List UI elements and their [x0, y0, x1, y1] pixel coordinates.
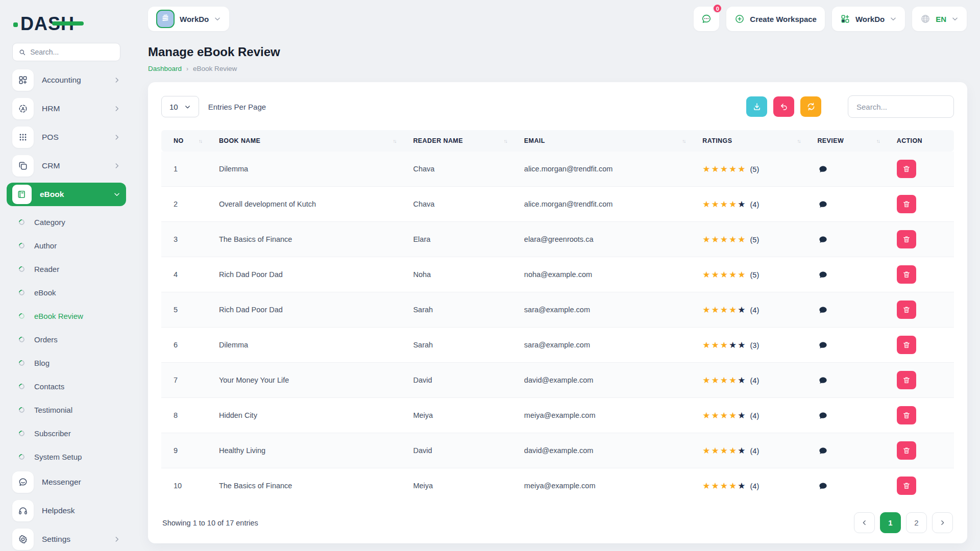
delete-button[interactable]: [897, 160, 916, 178]
sort-arrows-icon[interactable]: ↑↓: [682, 138, 690, 144]
sidebar-item-pos[interactable]: POS: [12, 126, 120, 149]
review-comment-button[interactable]: [817, 374, 829, 386]
page-2-button[interactable]: 2: [906, 512, 927, 533]
rating-count: (4): [750, 482, 760, 490]
submenu-item-system-setup[interactable]: System Setup: [12, 445, 120, 468]
review-comment-button[interactable]: [817, 445, 829, 457]
next-page-button[interactable]: [932, 512, 953, 533]
submenu-item-ebook-review[interactable]: eBook Review: [12, 304, 120, 328]
delete-button[interactable]: [897, 371, 916, 389]
workdo-menu-button[interactable]: WorkDo: [832, 7, 905, 31]
submenu-item-subscriber[interactable]: Subscriber: [12, 421, 120, 445]
sidebar-search[interactable]: [12, 43, 120, 61]
rating-count: (4): [750, 201, 760, 209]
rating-count: (4): [750, 447, 760, 455]
delete-button[interactable]: [897, 477, 916, 495]
review-comment-button[interactable]: [817, 339, 829, 351]
chat-dots-icon: [701, 13, 712, 24]
star-icon: ★: [702, 340, 711, 350]
cell-email: david@example.com: [518, 363, 696, 398]
refresh-button[interactable]: [800, 96, 821, 117]
sort-arrows-icon[interactable]: ↑↓: [876, 138, 885, 144]
sidebar-item-label: Messenger: [42, 478, 120, 487]
workspace-switcher-button[interactable]: WorkDo: [148, 7, 229, 31]
review-comment-button[interactable]: [817, 304, 829, 316]
delete-button[interactable]: [897, 406, 916, 424]
review-comment-button[interactable]: [817, 198, 829, 210]
star-icon: ★: [729, 481, 738, 491]
rating-count: (4): [750, 412, 760, 420]
cell-ratings: ★★★★★(3): [696, 328, 811, 363]
sidebar-item-label: Settings: [42, 535, 105, 544]
submenu-item-reader[interactable]: Reader: [12, 257, 120, 281]
sidebar-item-helpdesk[interactable]: Helpdesk: [12, 499, 120, 522]
trash-icon: [902, 411, 911, 419]
table-search-input[interactable]: [848, 95, 954, 118]
submenu-item-orders[interactable]: Orders: [12, 328, 120, 351]
entries-select-value: 10: [169, 103, 178, 111]
column-header-book-name[interactable]: BOOK NAME↑↓: [213, 130, 407, 152]
comment-icon: [818, 164, 828, 174]
sidebar-item-messenger[interactable]: Messenger: [12, 470, 120, 494]
sort-arrows-icon[interactable]: ↑↓: [199, 138, 207, 144]
cell-review: [811, 152, 890, 187]
chevron-down-icon: [113, 191, 120, 198]
sort-arrows-icon[interactable]: ↑↓: [797, 138, 805, 144]
review-comment-button[interactable]: [817, 480, 829, 492]
delete-button[interactable]: [897, 230, 916, 248]
sidebar-item-settings[interactable]: Settings: [12, 528, 120, 551]
star-icon: ★: [712, 340, 720, 350]
submenu-item-contacts[interactable]: Contacts: [12, 374, 120, 398]
submenu-item-testimonial[interactable]: Testimonial: [12, 398, 120, 421]
review-table-card: 10 Entries Per Page NO↑↓BOOK NAME↑↓REA: [148, 82, 967, 543]
table-row: 9Healthy LivingDaviddavid@example.com★★★…: [161, 433, 954, 468]
review-comment-button[interactable]: [817, 163, 829, 175]
star-icon: ★: [702, 234, 711, 245]
submenu-item-category[interactable]: Category: [12, 210, 120, 234]
submenu-item-label: Blog: [34, 359, 50, 367]
column-header-email[interactable]: EMAIL↑↓: [518, 130, 696, 152]
submenu-item-label: System Setup: [34, 453, 82, 461]
star-icon: ★: [738, 375, 746, 386]
export-button[interactable]: [746, 96, 767, 117]
review-comment-button[interactable]: [817, 269, 829, 281]
delete-button[interactable]: [897, 300, 916, 319]
create-workspace-button[interactable]: Create Workspace: [726, 7, 825, 31]
logo-accent-dot: [13, 22, 18, 27]
column-header-reader-name[interactable]: READER NAME↑↓: [407, 130, 518, 152]
submenu-item-label: eBook Review: [34, 312, 83, 320]
sidebar-search-input[interactable]: [30, 48, 114, 56]
delete-button[interactable]: [897, 195, 916, 213]
sidebar-item-accounting[interactable]: Accounting: [12, 68, 120, 92]
column-header-ratings[interactable]: RATINGS↑↓: [696, 130, 811, 152]
trash-icon: [902, 376, 911, 384]
back-button[interactable]: [773, 96, 794, 117]
submenu-item-author[interactable]: Author: [12, 234, 120, 257]
sidebar-item-ebook[interactable]: eBook: [7, 183, 126, 206]
review-comment-button[interactable]: [817, 410, 829, 421]
star-icon: ★: [729, 410, 738, 421]
column-header-no[interactable]: NO↑↓: [161, 130, 213, 152]
column-header-review[interactable]: REVIEW↑↓: [811, 130, 890, 152]
globe-icon: [920, 14, 930, 24]
submenu-item-ebook[interactable]: eBook: [12, 281, 120, 304]
breadcrumb-dashboard-link[interactable]: Dashboard: [148, 65, 182, 72]
bullet-icon: [18, 288, 26, 296]
submenu-item-blog[interactable]: Blog: [12, 351, 120, 374]
sort-arrows-icon[interactable]: ↑↓: [393, 138, 401, 144]
messages-button[interactable]: 0: [694, 7, 719, 31]
review-comment-button[interactable]: [817, 234, 829, 245]
page-1-button[interactable]: 1: [880, 512, 901, 533]
sort-arrows-icon[interactable]: ↑↓: [504, 138, 512, 144]
sidebar-item-label: eBook: [40, 190, 105, 199]
cell-review: [811, 433, 890, 468]
prev-page-button[interactable]: [854, 512, 875, 533]
sidebar-item-crm[interactable]: CRM: [12, 154, 120, 178]
delete-button[interactable]: [897, 265, 916, 284]
delete-button[interactable]: [897, 441, 916, 460]
entries-per-page-select[interactable]: 10: [161, 96, 199, 117]
delete-button[interactable]: [897, 336, 916, 354]
star-icon: ★: [720, 410, 729, 421]
sidebar-item-hrm[interactable]: HRM: [12, 97, 120, 120]
language-selector[interactable]: EN: [912, 7, 967, 31]
